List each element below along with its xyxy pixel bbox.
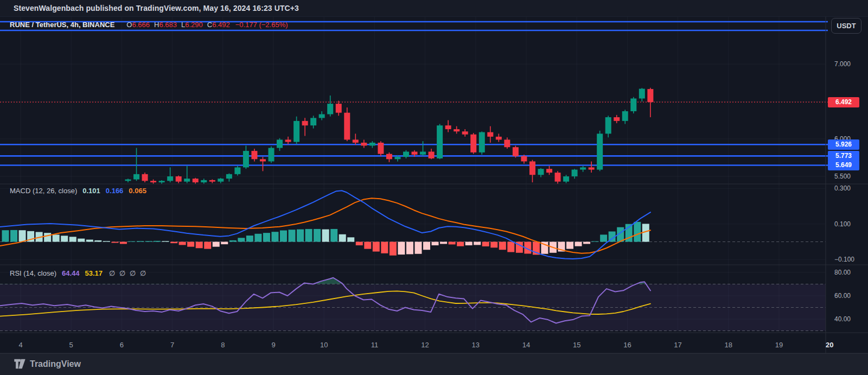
time-axis-label[interactable]: 15 — [573, 341, 580, 349]
rsi-empty-values: ∅ ∅ ∅ ∅ — [109, 269, 147, 277]
high-label: H — [154, 21, 159, 29]
publish-header: StevenWalgenbach published on TradingVie… — [0, 0, 868, 17]
rsi-value: 64.44 — [62, 269, 80, 277]
high-value: 6.683 — [159, 21, 177, 29]
rsi-scale-tick[interactable]: 40.00 — [834, 315, 851, 323]
time-axis-label[interactable]: 11 — [371, 341, 379, 349]
time-axis-label[interactable]: 14 — [522, 341, 530, 349]
macd-scale-tick[interactable]: −0.100 — [834, 256, 854, 263]
level-price-badge: 5.649 — [828, 160, 859, 170]
time-axis-label[interactable]: 16 — [623, 341, 631, 349]
tradingview-published-chart: StevenWalgenbach published on TradingVie… — [0, 0, 868, 375]
last-price-badge: 6.492 — [828, 97, 859, 107]
time-axis-label[interactable]: 19 — [775, 341, 783, 349]
low-value: 6.290 — [185, 21, 203, 29]
time-axis-label[interactable]: 13 — [472, 341, 480, 349]
price-scale-tick[interactable]: 5.500 — [834, 173, 851, 180]
publish-header-text: StevenWalgenbach published on TradingVie… — [14, 4, 299, 12]
close-value: 6.492 — [212, 21, 230, 29]
time-axis-label[interactable]: 6 — [120, 341, 124, 349]
time-axis-label[interactable]: 10 — [320, 341, 328, 349]
time-axis-label[interactable]: 9 — [271, 341, 275, 349]
time-axis-label[interactable]: 12 — [421, 341, 429, 349]
macd-legend: MACD (12, 26, close)0.1010.1660.065 — [10, 187, 146, 195]
tradingview-logo-link[interactable]: TradingView — [14, 359, 81, 369]
macd-hist-value: 0.101 — [82, 187, 100, 195]
time-axis-label[interactable]: 5 — [69, 341, 73, 349]
symbol-title: RUNE / TetherUS, 4h, BINANCE — [10, 21, 114, 29]
time-axis-label[interactable]: 4 — [18, 341, 22, 349]
rsi-title: RSI (14, close) — [10, 269, 56, 277]
tradingview-icon — [14, 359, 26, 369]
symbol-legend: RUNE / TetherUS, 4h, BINANCEO6.666H6.683… — [10, 21, 288, 29]
time-axis-label[interactable]: 20 — [826, 341, 833, 349]
level-price-badge: 5.926 — [828, 139, 859, 150]
time-axis-label[interactable]: 18 — [725, 341, 732, 349]
time-axis-label[interactable]: 17 — [674, 341, 681, 349]
rsi-legend: RSI (14, close)64.4453.17∅ ∅ ∅ ∅ — [10, 269, 147, 277]
tradingview-brand-text: TradingView — [30, 359, 81, 369]
rsi-scale-tick[interactable]: 80.00 — [834, 269, 851, 276]
macd-scale-tick[interactable]: 0.300 — [834, 185, 851, 192]
macd-line-value: 0.166 — [106, 187, 124, 195]
footer-bar: TradingView — [0, 353, 868, 375]
rsi-ma-value: 53.17 — [85, 269, 103, 277]
macd-scale-tick[interactable]: 0.100 — [834, 220, 851, 228]
rsi-scale-tick[interactable]: 60.00 — [834, 292, 851, 300]
open-value: 6.666 — [132, 21, 150, 29]
level-price-badge: 5.773 — [828, 151, 859, 161]
price-scale-tick[interactable]: 7.000 — [834, 60, 851, 68]
macd-title: MACD (12, 26, close) — [10, 187, 77, 195]
time-axis-label[interactable]: 8 — [221, 341, 225, 349]
currency-toggle-button[interactable]: USDT — [831, 18, 861, 34]
time-axis-label[interactable]: 7 — [170, 341, 174, 349]
close-label: C — [207, 21, 212, 29]
change-value: −0.177 (−2.65%) — [235, 21, 288, 29]
open-label: O — [126, 21, 132, 29]
macd-signal-value: 0.065 — [129, 187, 146, 195]
